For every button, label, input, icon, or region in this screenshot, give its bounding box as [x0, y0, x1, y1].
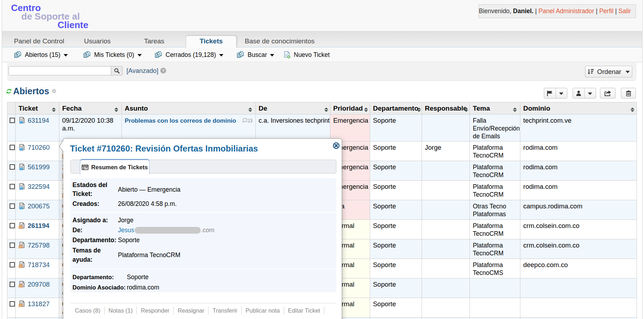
svg-text:@: @	[18, 264, 23, 268]
svg-text:w: w	[19, 166, 23, 171]
svg-text:@: @	[18, 224, 23, 229]
svg-text:@: @	[18, 244, 23, 249]
svg-text:w: w	[19, 119, 23, 124]
svg-text:w: w	[19, 205, 23, 210]
svg-text:@: @	[18, 283, 23, 288]
svg-text:@: @	[18, 303, 23, 307]
svg-text:w: w	[19, 185, 23, 190]
svg-text:w: w	[19, 146, 23, 151]
svg-text:?: ?	[162, 69, 164, 73]
